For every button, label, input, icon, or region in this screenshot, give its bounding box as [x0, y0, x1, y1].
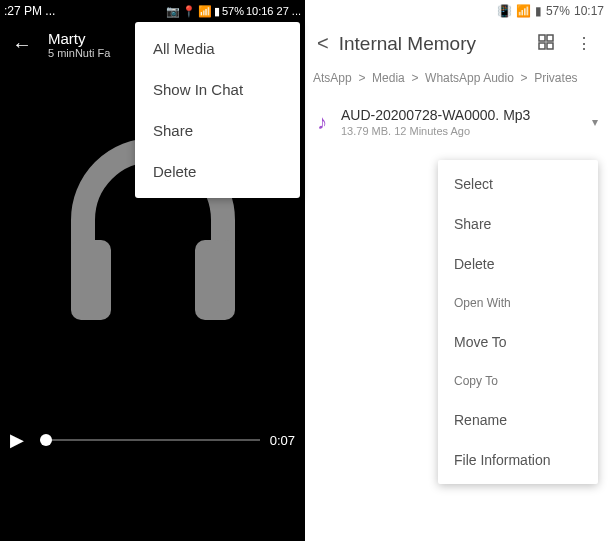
svg-rect-0: [71, 240, 111, 320]
menu-copy-to[interactable]: Copy To: [438, 362, 598, 400]
file-manager: 📳 📶 ▮ 57% 10:17 < Internal Memory ⋮ AtsA…: [305, 0, 610, 541]
status-time-fragment: :27 PM ...: [4, 4, 55, 18]
vibrate-icon: 📳: [497, 4, 512, 18]
timestamp-label: 5 minNuti Fa: [48, 47, 110, 59]
file-info: AUD-20200728-WA0000. Mp3 13.79 MB. 12 Mi…: [341, 107, 578, 137]
menu-rename[interactable]: Rename: [438, 400, 598, 440]
svg-rect-2: [539, 35, 545, 41]
breadcrumb[interactable]: AtsApp > Media > WhatsApp Audio > Privat…: [305, 65, 610, 99]
back-chevron-icon[interactable]: <: [317, 32, 329, 55]
menu-move-to[interactable]: Move To: [438, 322, 598, 362]
music-note-icon: ♪: [317, 111, 327, 134]
menu-select[interactable]: Select: [438, 164, 598, 204]
crumb-whatsapp-audio[interactable]: WhatsApp Audio: [425, 71, 514, 85]
menu-delete[interactable]: Delete: [438, 244, 598, 284]
status-icons-left: 📷 📍 📶 ▮ 57% 10:16 27 ...: [166, 5, 301, 18]
file-name: AUD-20200728-WA0000. Mp3: [341, 107, 578, 123]
media-title-block: Marty 5 minNuti Fa: [48, 30, 110, 59]
media-context-menu: All Media Show In Chat Share Delete: [135, 22, 300, 198]
play-button-icon[interactable]: ▶: [10, 429, 30, 451]
chevron-down-icon[interactable]: ▾: [592, 115, 598, 129]
menu-share[interactable]: Share: [135, 110, 300, 151]
menu-open-with[interactable]: Open With: [438, 284, 598, 322]
file-row[interactable]: ♪ AUD-20200728-WA0000. Mp3 13.79 MB. 12 …: [305, 99, 610, 145]
seek-thumb[interactable]: [40, 434, 52, 446]
contact-name: Marty: [48, 30, 110, 47]
crumb-media[interactable]: Media: [372, 71, 405, 85]
battery-percent: 57%: [546, 4, 570, 18]
status-bar-left: :27 PM ... 📷 📍 📶 ▮ 57% 10:16 27 ...: [0, 0, 305, 22]
file-context-menu: Select Share Delete Open With Move To Co…: [438, 160, 598, 484]
audio-player: ▶ 0:07: [0, 429, 305, 451]
status-bar-right: 📳 📶 ▮ 57% 10:17: [305, 0, 610, 22]
signal-icon: ▮: [535, 4, 542, 18]
grid-view-icon[interactable]: [532, 34, 560, 54]
signal-icon: ▮: [214, 5, 220, 18]
seek-track[interactable]: [40, 439, 260, 441]
back-arrow-icon[interactable]: ←: [12, 33, 32, 56]
wifi-icon: 📶: [198, 5, 212, 18]
whatsapp-media-viewer: :27 PM ... 📷 📍 📶 ▮ 57% 10:16 27 ... ← Ma…: [0, 0, 305, 541]
playback-time: 0:07: [270, 433, 295, 448]
menu-delete[interactable]: Delete: [135, 151, 300, 192]
location-icon: 📍: [182, 5, 196, 18]
clock-text: 10:16 27 ...: [246, 5, 301, 17]
menu-share[interactable]: Share: [438, 204, 598, 244]
svg-rect-1: [195, 240, 235, 320]
file-manager-header: < Internal Memory ⋮: [305, 22, 610, 65]
svg-rect-4: [539, 43, 545, 49]
more-vert-icon[interactable]: ⋮: [570, 34, 598, 53]
wifi-icon: 📶: [516, 4, 531, 18]
page-title: Internal Memory: [339, 33, 522, 55]
camera-icon: 📷: [166, 5, 180, 18]
menu-all-media[interactable]: All Media: [135, 28, 300, 69]
crumb-privates[interactable]: Privates: [534, 71, 577, 85]
file-meta: 13.79 MB. 12 Minutes Ago: [341, 125, 578, 137]
battery-percent: 57%: [222, 5, 244, 17]
menu-show-in-chat[interactable]: Show In Chat: [135, 69, 300, 110]
crumb-whatsapp[interactable]: AtsApp: [313, 71, 352, 85]
menu-file-information[interactable]: File Information: [438, 440, 598, 480]
svg-rect-5: [547, 43, 553, 49]
svg-rect-3: [547, 35, 553, 41]
clock-text: 10:17: [574, 4, 604, 18]
